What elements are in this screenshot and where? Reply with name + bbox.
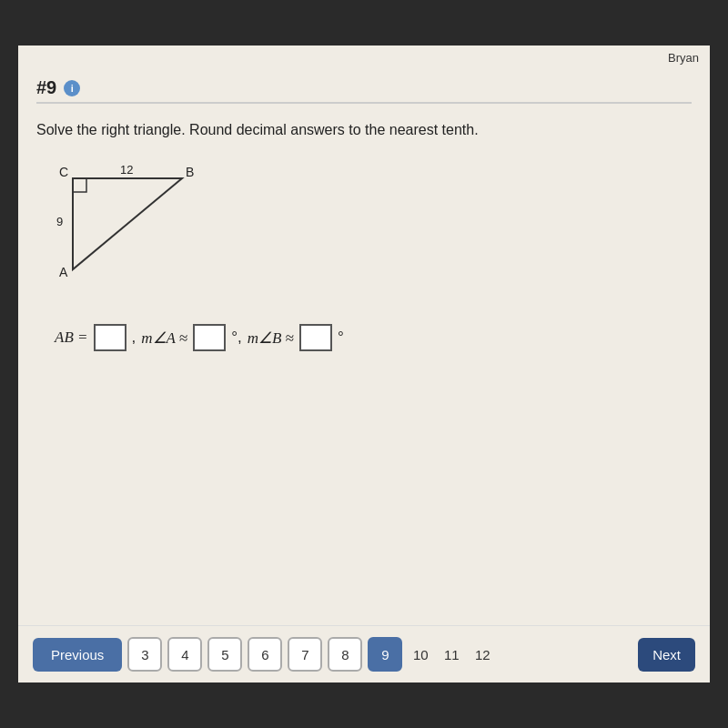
svg-text:C: C [59, 165, 68, 179]
main-screen: Bryan #9 i Solve the right triangle. Rou… [18, 46, 710, 682]
svg-text:A: A [59, 265, 68, 279]
svg-text:B: B [186, 165, 194, 179]
question-header: #9 i [18, 70, 710, 102]
angle-a-label: m∠A ≈ [141, 329, 187, 348]
svg-text:9: 9 [56, 215, 63, 228]
navigation-bar: Previous 3 4 5 6 7 8 9 10 11 12 Next [18, 625, 710, 682]
angle-a-input[interactable] [193, 324, 226, 351]
page-button-3[interactable]: 3 [127, 637, 162, 672]
username-label: Bryan [668, 51, 699, 65]
angle-b-label: m∠B ≈ [248, 329, 294, 348]
question-body: Solve the right triangle. Round decimal … [18, 104, 710, 625]
page-button-5[interactable]: 5 [207, 637, 242, 672]
info-badge[interactable]: i [64, 80, 80, 96]
svg-marker-0 [73, 178, 182, 269]
previous-button[interactable]: Previous [33, 638, 122, 672]
page-button-7[interactable]: 7 [288, 637, 322, 672]
angle-b-input[interactable] [299, 324, 332, 351]
page-button-9[interactable]: 9 [368, 637, 402, 672]
triangle-diagram: C B A 12 9 [55, 160, 218, 288]
question-text: Solve the right triangle. Round decimal … [36, 122, 692, 138]
page-button-12[interactable]: 12 [470, 647, 495, 662]
answer-row: AB = , m∠A ≈ °, m∠B ≈ ° [36, 315, 692, 360]
page-button-4[interactable]: 4 [167, 637, 202, 672]
question-number: #9 [36, 77, 56, 98]
page-button-11[interactable]: 11 [439, 647, 464, 662]
page-button-6[interactable]: 6 [248, 637, 282, 672]
ab-input[interactable] [94, 324, 126, 351]
page-button-8[interactable]: 8 [328, 637, 362, 672]
page-button-10[interactable]: 10 [408, 647, 433, 662]
svg-text:12: 12 [120, 163, 133, 177]
top-bar: Bryan [18, 46, 710, 70]
comma1: , [132, 329, 136, 347]
degree2: ° [338, 329, 344, 347]
degree1: °, [231, 329, 242, 347]
ab-label: AB = [55, 329, 88, 347]
next-button[interactable]: Next [638, 638, 695, 672]
